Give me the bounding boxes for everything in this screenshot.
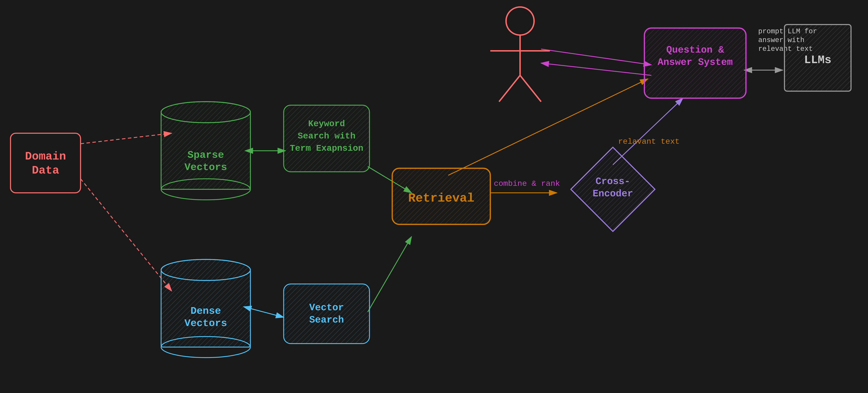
keyword-search-label2: Search with [298,131,355,141]
svg-rect-18 [10,133,81,193]
cross-encoder-node: Cross- Encoder [571,147,655,231]
vector-to-retrieval-arrow [368,236,411,312]
svg-point-43 [506,7,534,35]
vector-search-node: Vector Search [284,284,370,343]
qa-system-node: Question & Answer System [644,28,746,98]
relavant-text-label: relavant text [618,137,680,146]
svg-line-46 [499,75,520,102]
dense-vectors-node: Dense Vectors [161,259,250,358]
keyword-search-label1: Keyword [308,119,345,129]
sparse-vectors-label2: Vectors [184,162,227,173]
domain-data-node: Domain Data [10,133,81,193]
svg-line-47 [520,75,541,102]
cross-encoder-label2: Encoder [593,188,633,199]
domain-to-dense-arrow [81,179,172,291]
dense-vectors-label2: Vectors [184,318,227,329]
retrieval-label: Retrieval [408,191,474,205]
qa-label2: Answer System [657,57,733,68]
svg-rect-33 [284,284,370,343]
sparse-vectors-label: Sparse [188,149,224,161]
keyword-search-node: Keyword Search with Term Exapnsion [284,105,370,172]
diagram-container: combine & rank relavant text prompt LLM … [0,0,868,393]
vector-search-label2: Search [309,314,344,326]
dense-vectors-label: Dense [190,305,221,317]
llms-label: LLMs [804,54,831,66]
domain-to-sparse-arrow [81,133,172,144]
domain-data-label2: Data [32,164,59,177]
combine-rank-label: combine & rank [494,179,560,188]
domain-data-label: Domain [25,150,66,163]
user-figure [490,7,550,102]
qa-to-user-arrow [541,63,651,75]
crossencoder-to-qa-arrow [613,98,683,165]
vector-search-label1: Vector [309,302,344,313]
retrieval-node: Retrieval [392,168,490,224]
cross-encoder-label1: Cross- [595,176,630,187]
qa-label1: Question & [666,45,724,56]
dense-to-vector-arrow [250,309,284,317]
sparse-vectors-node: Sparse Vectors [161,102,250,200]
user-to-qa-arrow [541,49,651,65]
keyword-search-label3: Term Exapnsion [290,143,363,153]
llms-node: LLMs [784,25,851,91]
